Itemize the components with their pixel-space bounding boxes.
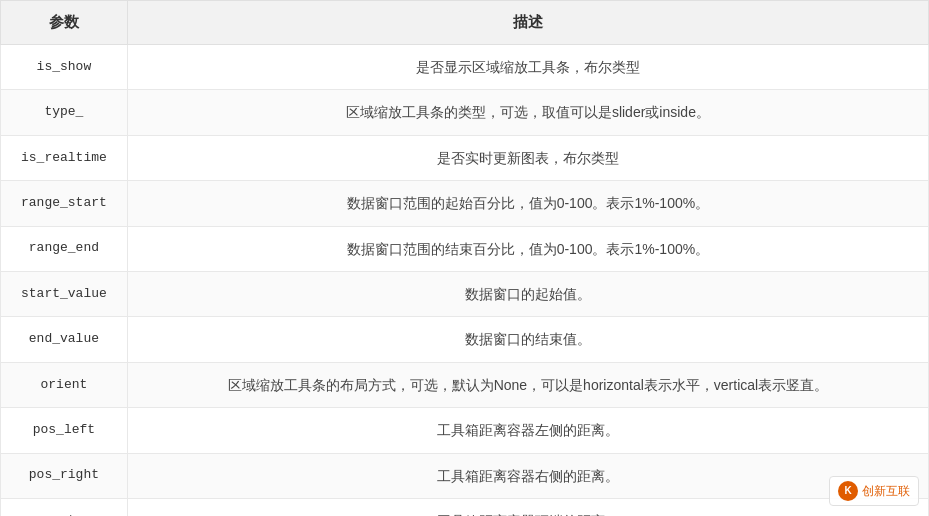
desc-cell: 数据窗口范围的起始百分比，值为0-100。表示1%-100%。 — [127, 181, 928, 226]
table-row: type_区域缩放工具条的类型，可选，取值可以是slider或inside。 — [1, 90, 929, 135]
param-cell: pos_right — [1, 453, 128, 498]
watermark: K 创新互联 — [829, 476, 919, 506]
desc-cell: 工具箱距离容器左侧的距离。 — [127, 408, 928, 453]
param-cell: start_value — [1, 271, 128, 316]
table-row: orient区域缩放工具条的布局方式，可选，默认为None，可以是horizon… — [1, 362, 929, 407]
param-cell: is_show — [1, 45, 128, 90]
param-cell: pos_top — [1, 498, 128, 516]
desc-cell: 区域缩放工具条的布局方式，可选，默认为None，可以是horizontal表示水… — [127, 362, 928, 407]
desc-cell: 工具箱距离容器右侧的距离。 — [127, 453, 928, 498]
table-row: is_show是否显示区域缩放工具条，布尔类型 — [1, 45, 929, 90]
desc-cell: 数据窗口范围的结束百分比，值为0-100。表示1%-100%。 — [127, 226, 928, 271]
params-table: 参数 描述 is_show是否显示区域缩放工具条，布尔类型type_区域缩放工具… — [0, 0, 929, 516]
desc-cell: 是否显示区域缩放工具条，布尔类型 — [127, 45, 928, 90]
header-desc: 描述 — [127, 1, 928, 45]
param-cell: range_start — [1, 181, 128, 226]
desc-cell: 数据窗口的结束值。 — [127, 317, 928, 362]
table-row: pos_top工具箱距离容器顶端的距离。 — [1, 498, 929, 516]
desc-cell: 是否实时更新图表，布尔类型 — [127, 135, 928, 180]
main-table-container: 参数 描述 is_show是否显示区域缩放工具条，布尔类型type_区域缩放工具… — [0, 0, 929, 516]
watermark-text: 创新互联 — [862, 483, 910, 500]
param-cell: orient — [1, 362, 128, 407]
watermark-logo: K — [838, 481, 858, 501]
param-cell: pos_left — [1, 408, 128, 453]
desc-cell: 工具箱距离容器顶端的距离。 — [127, 498, 928, 516]
desc-cell: 数据窗口的起始值。 — [127, 271, 928, 316]
param-cell: range_end — [1, 226, 128, 271]
header-param: 参数 — [1, 1, 128, 45]
desc-cell: 区域缩放工具条的类型，可选，取值可以是slider或inside。 — [127, 90, 928, 135]
table-row: is_realtime是否实时更新图表，布尔类型 — [1, 135, 929, 180]
table-row: end_value数据窗口的结束值。 — [1, 317, 929, 362]
table-row: pos_left工具箱距离容器左侧的距离。 — [1, 408, 929, 453]
param-cell: type_ — [1, 90, 128, 135]
table-row: range_start数据窗口范围的起始百分比，值为0-100。表示1%-100… — [1, 181, 929, 226]
param-cell: end_value — [1, 317, 128, 362]
param-cell: is_realtime — [1, 135, 128, 180]
table-row: pos_right工具箱距离容器右侧的距离。 — [1, 453, 929, 498]
table-header-row: 参数 描述 — [1, 1, 929, 45]
table-row: start_value数据窗口的起始值。 — [1, 271, 929, 316]
table-row: range_end数据窗口范围的结束百分比，值为0-100。表示1%-100%。 — [1, 226, 929, 271]
